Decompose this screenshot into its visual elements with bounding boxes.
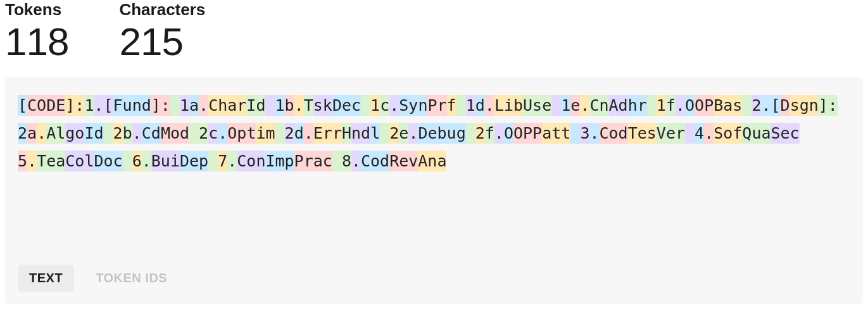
token: O [504,123,513,144]
token [104,123,113,144]
token: im [256,123,275,144]
token: . [389,95,399,116]
token: ]: [819,95,838,116]
token: . [294,95,304,116]
token: .[ [761,95,780,116]
token: D [781,95,790,116]
token: CODE [27,95,65,116]
token: H [342,123,351,144]
token: 4 [695,123,704,144]
token: Ana [418,151,446,172]
token: Rev [389,151,418,172]
token: 1 [561,95,570,116]
token [361,95,370,116]
token [265,95,275,116]
token: 1 [657,95,666,116]
token: a [27,123,37,144]
token: Ver [657,123,685,144]
token: go [65,123,84,144]
token: d [294,123,304,144]
token [685,123,695,144]
token: . [199,95,208,116]
token: Fund [113,95,151,116]
token: T [304,95,313,116]
token: Pr [427,95,446,116]
token: . [494,123,504,144]
token: 1 [275,95,285,116]
token: Con [237,151,265,172]
token: ]: [151,95,170,116]
token: Cd [142,123,161,144]
token: Id [246,95,265,116]
tab-text[interactable]: TEXT [18,265,74,292]
token: b [285,95,294,116]
token [380,123,389,144]
token: f [666,95,676,116]
token: . [142,151,151,172]
token [170,95,180,116]
token: Bas [714,95,742,116]
tokens-label: Tokens [5,0,68,20]
token: 7 [218,151,227,172]
token: Dep [180,151,208,172]
token: Tes [628,123,657,144]
token [551,95,561,116]
token: . [304,123,313,144]
token: Cod [361,151,389,172]
token: Mod [161,123,189,144]
token: Syn [399,95,427,116]
token: att [542,123,570,144]
token: . [351,151,361,172]
token: c [380,95,389,116]
token: Al [46,123,65,144]
token: 1 [84,95,94,116]
token: 2 [113,123,123,144]
token: . [704,123,714,144]
characters-stat: Characters 215 [119,0,205,61]
token [466,123,475,144]
token: nd [351,123,370,144]
token: Ad [609,95,628,116]
token [570,123,580,144]
token: Debug [418,123,465,144]
token: Use [523,95,551,116]
token: Lib [494,95,523,116]
token [208,151,218,172]
tokens-stat: Tokens 118 [5,0,68,61]
token: Char [208,95,246,116]
characters-label: Characters [119,0,205,20]
token [189,123,199,144]
token: . [676,95,685,116]
token: Doc [94,151,122,172]
view-tabs: TEXT TOKEN IDS [18,265,850,292]
token: Qua [742,123,771,144]
token: . [37,123,46,144]
tab-token-ids[interactable]: TOKEN IDS [84,265,179,292]
token: Prac [294,151,332,172]
token: Dec [332,95,361,116]
token: Cod [600,123,628,144]
token: . [485,95,494,116]
token [275,123,285,144]
token: O [685,95,695,116]
token: . [132,123,142,144]
token [742,95,752,116]
token [456,95,466,116]
token: 2 [389,123,399,144]
token: Opt [227,123,256,144]
token: Col [65,151,94,172]
token: hr [628,95,647,116]
token: 2 [285,123,294,144]
token: [ [18,95,27,116]
token: sgn [790,95,819,116]
token: a [189,95,199,116]
token: c [208,123,218,144]
tokenized-text: [CODE]:1.[Fund]: 1a.CharId 1b.TskDec 1c.… [18,92,850,175]
token [123,151,132,172]
stats-row: Tokens 118 Characters 215 [5,0,863,77]
token: 8 [342,151,351,172]
token-viewer: [CODE]:1.[Fund]: 1a.CharId 1b.TskDec 1c.… [5,77,863,304]
token: e [570,95,580,116]
token: .[ [94,95,113,116]
token: Cn [589,95,608,116]
